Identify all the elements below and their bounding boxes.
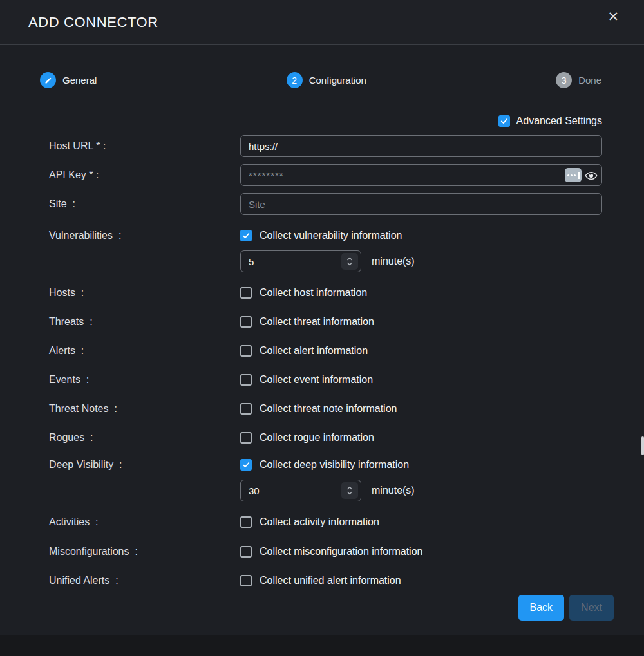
activities-row: Activities : Collect activity informatio…: [49, 516, 644, 528]
collect-host-checkbox[interactable]: [240, 287, 252, 299]
collect-vulnerability-checkbox[interactable]: [240, 230, 252, 241]
alerts-row: Alerts : Collect alert information: [49, 344, 644, 357]
host-url-input[interactable]: [240, 135, 602, 157]
autofill-icon[interactable]: [565, 168, 582, 182]
checkbox-label: Collect vulnerability information: [260, 230, 402, 241]
field-label: API Key * :: [49, 169, 240, 181]
deep-visibility-row: Deep Visibility : Collect deep visibilit…: [49, 458, 644, 471]
step-general[interactable]: General: [40, 72, 97, 88]
scrollbar-thumb[interactable]: [641, 436, 644, 455]
deep-visibility-interval-row: 30 minute(s): [49, 480, 644, 501]
step-number-badge: 3: [556, 72, 572, 88]
eye-icon[interactable]: [585, 169, 598, 182]
interval-value: 5: [249, 256, 254, 267]
api-key-input[interactable]: [240, 164, 602, 186]
field-label: Hosts :: [49, 287, 240, 299]
checkbox-label: Collect threat information: [260, 316, 374, 328]
advanced-settings-label: Advanced Settings: [516, 115, 602, 127]
interval-value: 30: [249, 485, 260, 496]
field-label: Vulnerabilities :: [49, 230, 240, 241]
collect-event-checkbox[interactable]: [240, 374, 252, 386]
collect-alert-checkbox[interactable]: [240, 345, 252, 357]
collect-threat-note-checkbox[interactable]: [240, 403, 252, 415]
deep-visibility-interval-input[interactable]: 30: [240, 480, 361, 501]
checkbox-label: Collect activity information: [260, 516, 379, 528]
close-icon[interactable]: ✕: [605, 8, 621, 24]
add-connector-dialog: ADD CONNECTOR ✕ General 2 Configuration …: [0, 0, 644, 635]
rogues-row: Rogues : Collect rogue information: [49, 431, 644, 444]
site-input[interactable]: [240, 193, 602, 215]
advanced-settings-checkbox[interactable]: [498, 115, 510, 127]
collect-activity-checkbox[interactable]: [240, 516, 252, 528]
dialog-header: ADD CONNECTOR ✕: [0, 0, 644, 45]
field-label: Host URL * :: [49, 140, 240, 152]
dialog-title: ADD CONNECTOR: [28, 14, 158, 31]
threat-notes-row: Threat Notes : Collect threat note infor…: [49, 402, 644, 415]
threats-row: Threats : Collect threat information: [49, 315, 644, 328]
step-label: General: [62, 75, 97, 86]
unified-alerts-row: Unified Alerts : Collect unified alert i…: [49, 574, 644, 586]
field-label: Deep Visibility :: [49, 459, 240, 471]
checkbox-label: Collect unified alert information: [260, 575, 401, 586]
collect-rogue-checkbox[interactable]: [240, 432, 252, 444]
step-label: Done: [578, 75, 601, 86]
checkbox-label: Collect deep visibility information: [260, 459, 409, 471]
field-label: Misconfigurations :: [49, 546, 240, 558]
vulnerabilities-row: Vulnerabilities : Collect vulnerability …: [49, 229, 644, 241]
checkbox-label: Collect host information: [260, 287, 367, 299]
events-row: Events : Collect event information: [49, 373, 644, 386]
field-label: Site :: [49, 198, 240, 210]
step-done: 3 Done: [556, 72, 601, 88]
stepper-connector: [106, 80, 277, 80]
checkbox-label: Collect event information: [260, 374, 373, 386]
collect-misconfiguration-checkbox[interactable]: [240, 546, 252, 558]
advanced-settings-row: Advanced Settings: [0, 115, 644, 127]
checkbox-label: Collect alert information: [260, 345, 368, 357]
checkbox-label: Collect misconfiguration information: [260, 546, 422, 558]
vulnerability-interval-input[interactable]: 5: [240, 250, 361, 272]
stepper-connector: [375, 80, 547, 80]
field-label: Activities :: [49, 516, 240, 528]
number-stepper[interactable]: [341, 253, 358, 270]
step-label: Configuration: [309, 75, 366, 86]
checkbox-label: Collect threat note information: [260, 403, 397, 415]
wizard-stepper: General 2 Configuration 3 Done: [40, 72, 601, 88]
field-label: Rogues :: [49, 432, 240, 444]
host-url-row: Host URL * :: [49, 135, 644, 157]
configuration-form: Host URL * : API Key * : Site :: [0, 135, 644, 586]
step-configuration[interactable]: 2 Configuration: [287, 72, 366, 88]
next-button[interactable]: Next: [569, 595, 614, 621]
collect-unified-alert-checkbox[interactable]: [240, 575, 252, 586]
collect-threat-checkbox[interactable]: [240, 316, 252, 328]
back-button[interactable]: Back: [518, 595, 565, 621]
number-stepper[interactable]: [341, 482, 358, 499]
misconfigurations-row: Misconfigurations : Collect misconfigura…: [49, 545, 644, 558]
field-label: Threat Notes :: [49, 403, 240, 415]
site-row: Site :: [49, 193, 644, 215]
checkbox-label: Collect rogue information: [260, 432, 374, 444]
api-key-row: API Key * :: [49, 164, 644, 186]
collect-deep-visibility-checkbox[interactable]: [240, 459, 252, 471]
vulnerability-interval-row: 5 minute(s): [49, 250, 644, 272]
field-label: Events :: [49, 374, 240, 386]
field-label: Unified Alerts :: [49, 575, 240, 586]
hosts-row: Hosts : Collect host information: [49, 286, 644, 299]
dialog-footer: Back Next: [0, 595, 644, 621]
interval-unit: minute(s): [372, 256, 415, 267]
field-label: Threats :: [49, 316, 240, 328]
step-number-badge: 2: [287, 72, 303, 88]
field-label: Alerts :: [49, 345, 240, 357]
interval-unit: minute(s): [372, 485, 415, 496]
pencil-icon: [40, 72, 56, 88]
